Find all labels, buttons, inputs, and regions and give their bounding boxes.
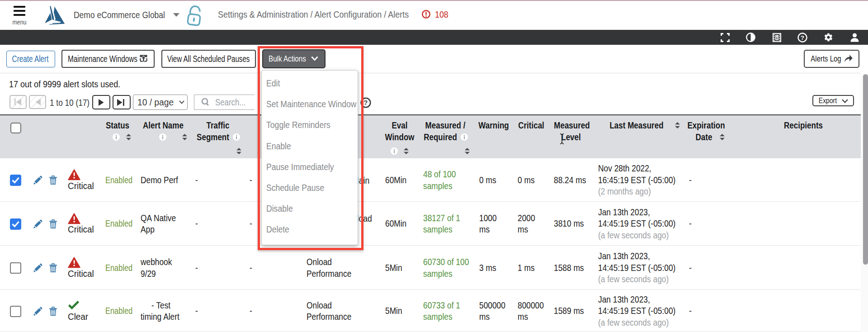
svg-text:?: ? <box>364 99 368 106</box>
svg-text:?: ? <box>801 34 804 41</box>
